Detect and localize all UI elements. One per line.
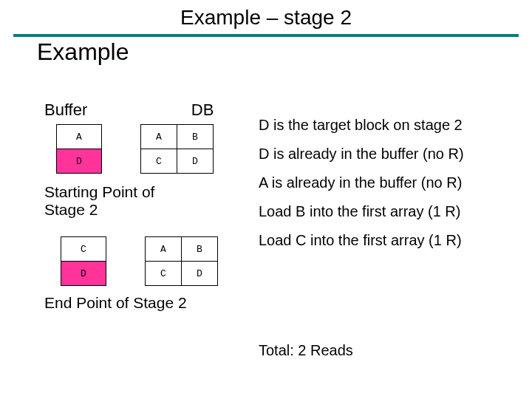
slide-subheader: Example (0, 37, 532, 66)
start-db-cell: B (177, 125, 214, 149)
slide: Example – stage 2 Example Buffer DB A D … (0, 0, 532, 399)
start-buffer-cell: A (57, 125, 102, 149)
start-db-cell: C (141, 149, 177, 174)
column-headers: Buffer DB (44, 100, 266, 120)
end-caption: End Point of Stage 2 (44, 294, 187, 312)
start-db-cell: D (177, 149, 214, 174)
note-line: Load C into the first array (1 R) (259, 232, 514, 249)
note-line: A is already in the buffer (no R) (259, 174, 514, 191)
end-buffer-cell: D (61, 262, 106, 286)
end-db-cell: D (182, 262, 218, 286)
note-line: Load B into the first array (1 R) (259, 203, 514, 220)
start-db-cell: A (141, 125, 177, 149)
total-line: Total: 2 Reads (259, 342, 353, 359)
start-caption: Starting Point of Stage 2 (44, 183, 154, 219)
start-caption-line1: Starting Point of (44, 183, 154, 200)
note-line: D is already in the buffer (no R) (259, 146, 514, 163)
end-buffer-grid: C D (61, 236, 106, 286)
end-db-cell: B (182, 237, 218, 262)
buffer-header: Buffer (44, 100, 133, 120)
notes-column: D is the target block on stage 2 D is al… (259, 117, 514, 261)
end-db-cell: C (146, 262, 182, 286)
end-db-cell: A (146, 237, 182, 262)
start-caption-line2: Stage 2 (44, 201, 98, 218)
slide-title: Example – stage 2 (0, 0, 532, 30)
note-line: D is the target block on stage 2 (259, 117, 514, 134)
end-db-grid: A B C D (145, 236, 218, 286)
db-header: DB (158, 100, 247, 120)
start-db-grid: A B C D (140, 124, 214, 174)
start-buffer-cell: D (57, 149, 102, 174)
start-buffer-grid: A D (56, 124, 102, 174)
end-buffer-cell: C (61, 237, 106, 262)
